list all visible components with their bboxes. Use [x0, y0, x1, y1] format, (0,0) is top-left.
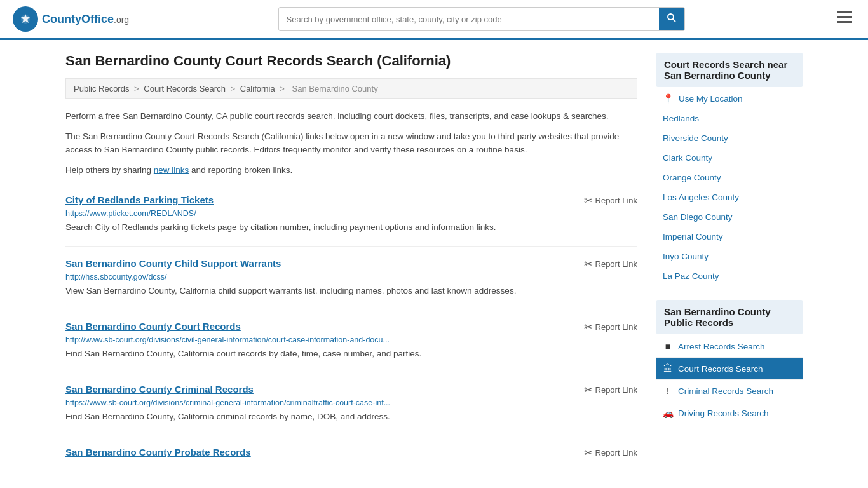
- pub-record-label: Criminal Records Search: [678, 386, 773, 396]
- nearby-link-item[interactable]: Riverside County: [656, 128, 803, 148]
- result-title[interactable]: San Bernardino County Court Records: [65, 321, 241, 332]
- report-link-button[interactable]: ✂ Report Link: [584, 447, 637, 459]
- report-link-button[interactable]: ✂ Report Link: [584, 321, 637, 333]
- pub-record-icon: ■: [663, 341, 673, 351]
- pub-records-section: San Bernardino County Public Records ■ A…: [656, 300, 803, 424]
- nearby-link-item[interactable]: Imperial County: [656, 227, 803, 247]
- hamburger-menu[interactable]: [834, 8, 855, 30]
- sidebar: Court Records Search near San Bernardino…: [656, 53, 803, 473]
- pub-record-item[interactable]: 🏛 Court Records Search: [656, 358, 803, 380]
- breadcrumb-current: San Bernardino County: [292, 84, 378, 93]
- pub-records-list: ■ Arrest Records Search 🏛 Court Records …: [656, 336, 803, 424]
- nearby-link-label: Inyo County: [663, 252, 709, 261]
- svg-rect-4: [837, 11, 852, 13]
- result-desc: View San Bernardino County, California c…: [65, 285, 637, 297]
- logo-area: CountyOffice.org: [13, 6, 129, 32]
- svg-point-2: [668, 14, 674, 20]
- result-item: City of Redlands Parking Tickets ✂ Repor…: [65, 183, 637, 246]
- result-title[interactable]: San Bernardino County Probate Records: [65, 447, 251, 458]
- pub-record-icon: 🏛: [663, 363, 673, 374]
- nearby-link-label: Redlands: [663, 114, 699, 123]
- report-icon: ✂: [584, 384, 592, 396]
- breadcrumb: Public Records > Court Records Search > …: [65, 78, 637, 99]
- logo-icon: [13, 6, 38, 32]
- nearby-link-item[interactable]: Orange County: [656, 168, 803, 187]
- search-bar: [278, 7, 685, 31]
- report-icon: ✂: [584, 447, 592, 459]
- result-url[interactable]: http://hss.sbcounty.gov/dcss/: [65, 273, 637, 281]
- nearby-link-item[interactable]: Inyo County: [656, 247, 803, 266]
- nearby-section: Court Records Search near San Bernardino…: [656, 53, 803, 286]
- result-item: San Bernardino County Criminal Records ✂…: [65, 372, 637, 435]
- result-item: San Bernardino County Court Records ✂ Re…: [65, 309, 637, 372]
- pub-record-icon: 🚗: [663, 408, 673, 418]
- result-header: San Bernardino County Court Records ✂ Re…: [65, 321, 637, 333]
- result-title[interactable]: San Bernardino County Criminal Records: [65, 384, 254, 395]
- description-3: Help others by sharing new links and rep…: [65, 163, 637, 177]
- report-link-button[interactable]: ✂ Report Link: [584, 258, 637, 270]
- location-icon: 📍: [663, 93, 674, 104]
- result-item: San Bernardino County Probate Records ✂ …: [65, 435, 637, 473]
- svg-rect-5: [837, 16, 852, 18]
- report-label: Report Link: [595, 322, 637, 332]
- new-links-link[interactable]: new links: [154, 165, 189, 175]
- pub-record-label: Arrest Records Search: [678, 342, 765, 351]
- result-header: San Bernardino County Child Support Warr…: [65, 258, 637, 270]
- report-link-button[interactable]: ✂ Report Link: [584, 384, 637, 396]
- breadcrumb-california[interactable]: California: [240, 84, 275, 93]
- svg-line-3: [673, 19, 675, 22]
- nearby-link-label: Orange County: [663, 173, 721, 182]
- search-input[interactable]: [279, 10, 659, 29]
- result-header: City of Redlands Parking Tickets ✂ Repor…: [65, 194, 637, 207]
- pub-records-title: San Bernardino County Public Records: [656, 300, 803, 334]
- report-icon: ✂: [584, 258, 592, 270]
- nearby-links: 📍Use My LocationRedlandsRiverside County…: [656, 88, 803, 286]
- pub-record-item[interactable]: ■ Arrest Records Search: [656, 336, 803, 358]
- result-header: San Bernardino County Criminal Records ✂…: [65, 384, 637, 396]
- description-1: Perform a free San Bernardino County, CA…: [65, 109, 637, 123]
- result-item: San Bernardino County Child Support Warr…: [65, 247, 637, 309]
- nearby-link-item[interactable]: San Diego County: [656, 207, 803, 227]
- breadcrumb-court-records-search[interactable]: Court Records Search: [144, 84, 226, 93]
- content-area: San Bernardino County Court Records Sear…: [65, 53, 637, 473]
- logo-text: CountyOffice.org: [42, 13, 129, 26]
- results-container: City of Redlands Parking Tickets ✂ Repor…: [65, 183, 637, 473]
- main-container: San Bernardino County Court Records Sear…: [53, 40, 815, 486]
- result-header: San Bernardino County Probate Records ✂ …: [65, 447, 637, 459]
- nearby-link-item[interactable]: Los Angeles County: [656, 187, 803, 207]
- description-2: The San Bernardino County Court Records …: [65, 130, 637, 157]
- page-title: San Bernardino County Court Records Sear…: [65, 53, 637, 69]
- nearby-link-label: Clark County: [663, 153, 712, 163]
- result-url[interactable]: http://www.sb-court.org/divisions/civil-…: [65, 336, 637, 344]
- nearby-link-label: La Paz County: [663, 271, 719, 281]
- result-url[interactable]: https://www.pticket.com/REDLANDS/: [65, 209, 637, 218]
- nearby-link-item[interactable]: La Paz County: [656, 266, 803, 286]
- nearby-link-item[interactable]: 📍Use My Location: [656, 88, 803, 109]
- pub-record-label: Court Records Search: [678, 364, 763, 374]
- result-url[interactable]: https://www.sb-court.org/divisions/crimi…: [65, 398, 637, 407]
- report-link-button[interactable]: ✂ Report Link: [584, 194, 637, 207]
- result-desc: Find San Bernardino County, California c…: [65, 410, 637, 423]
- nearby-link-item[interactable]: Redlands: [656, 109, 803, 128]
- result-desc: Search City of Redlands parking tickets …: [65, 221, 637, 234]
- pub-record-label: Driving Records Search: [678, 409, 769, 418]
- report-label: Report Link: [595, 259, 637, 269]
- nearby-link-label: Imperial County: [663, 232, 723, 241]
- report-label: Report Link: [595, 385, 637, 395]
- search-button[interactable]: [659, 8, 684, 30]
- result-title[interactable]: San Bernardino County Child Support Warr…: [65, 258, 281, 269]
- report-icon: ✂: [584, 321, 592, 333]
- site-header: CountyOffice.org: [0, 0, 868, 40]
- nearby-link-label: San Diego County: [663, 212, 733, 222]
- nearby-title: Court Records Search near San Bernardino…: [656, 53, 803, 87]
- result-title[interactable]: City of Redlands Parking Tickets: [65, 194, 214, 205]
- nearby-link-label: Los Angeles County: [663, 193, 739, 202]
- nearby-link-label: Use My Location: [679, 94, 743, 104]
- nearby-link-item[interactable]: Clark County: [656, 148, 803, 168]
- pub-record-icon: !: [663, 386, 673, 396]
- report-label: Report Link: [595, 196, 637, 205]
- pub-record-item[interactable]: 🚗 Driving Records Search: [656, 402, 803, 424]
- nearby-link-label: Riverside County: [663, 133, 728, 143]
- breadcrumb-public-records[interactable]: Public Records: [74, 84, 129, 93]
- pub-record-item[interactable]: ! Criminal Records Search: [656, 380, 803, 402]
